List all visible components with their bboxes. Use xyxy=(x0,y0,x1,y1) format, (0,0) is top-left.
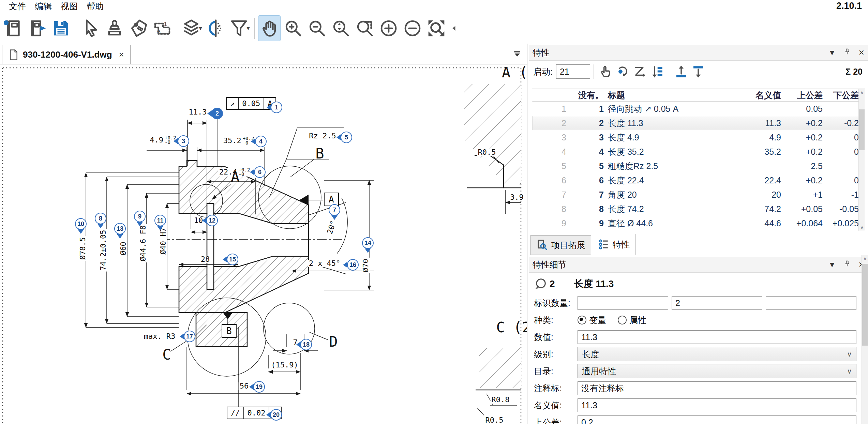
drawing-balloon-14[interactable]: 14 xyxy=(362,237,374,249)
id-count-input[interactable] xyxy=(578,296,668,310)
drawing-balloon-20[interactable]: 20 xyxy=(270,409,282,421)
menu-item-帮助[interactable]: 帮助 xyxy=(87,1,104,12)
table-scrollbar[interactable]: ∧ ∨ xyxy=(858,89,865,231)
table-row[interactable]: 44长度 35.235.2+0.20 xyxy=(532,145,865,159)
text-input[interactable]: 11.3 xyxy=(578,398,856,412)
table-row[interactable]: 22长度 11.311.3+0.2-0.2 xyxy=(532,116,865,130)
zoom-out-button[interactable] xyxy=(306,16,328,41)
new-document-button[interactable] xyxy=(2,16,24,41)
text-input[interactable]: 11.3 xyxy=(578,330,856,344)
scroll-up-icon[interactable]: ∧ xyxy=(859,89,865,96)
panel-close-icon[interactable]: ✕ xyxy=(858,48,865,57)
drawing-balloon-19[interactable]: 19 xyxy=(253,381,265,393)
panel-menu-icon[interactable]: ▼ xyxy=(828,260,836,269)
layers-button[interactable]: ▾ xyxy=(181,16,203,41)
pan-hand-button[interactable] xyxy=(258,16,280,41)
drawing-balloon-13[interactable]: 13 xyxy=(114,223,126,234)
zoom-window-button[interactable] xyxy=(354,16,376,41)
tag-button[interactable] xyxy=(128,16,149,41)
id-count-input[interactable] xyxy=(766,296,856,310)
scroll-down-icon[interactable]: ∨ xyxy=(859,224,865,231)
drawing-balloon-12[interactable]: 12 xyxy=(206,215,218,226)
pin-icon[interactable] xyxy=(843,260,851,270)
save-button[interactable] xyxy=(50,16,72,41)
table-row[interactable]: 33长度 4.94.9+0.20 xyxy=(532,130,865,145)
id-count-input[interactable]: 2 xyxy=(672,296,762,310)
drawing-balloon-11[interactable]: 11 xyxy=(154,215,166,226)
drawing-balloon-1[interactable]: 1 xyxy=(271,102,282,113)
move-top-icon[interactable] xyxy=(674,64,688,79)
column-header[interactable]: 下公差 xyxy=(823,90,859,101)
mirror-view-button[interactable] xyxy=(205,16,227,41)
move-bottom-icon[interactable] xyxy=(691,64,705,79)
radio-icon[interactable] xyxy=(578,316,586,324)
open-document-button[interactable] xyxy=(26,16,48,41)
capture-region-button[interactable]: A1 xyxy=(151,16,173,41)
drawing-balloon-8[interactable]: 8 xyxy=(95,213,106,224)
table-row[interactable]: 66长度 22.422.4+0.20 xyxy=(532,173,865,187)
column-header[interactable]: 没有。 xyxy=(568,90,604,101)
drawing-balloon-10[interactable]: 10 xyxy=(75,218,87,230)
start-number-input[interactable]: 21 xyxy=(556,64,590,79)
layers-dropdown-arrow[interactable]: ▾ xyxy=(199,25,202,32)
tab-list-icon[interactable] xyxy=(512,48,522,59)
document-tab[interactable]: 930-1200-406-V1.dwg × xyxy=(2,45,131,64)
increase-button[interactable] xyxy=(378,16,400,41)
sort-list-icon[interactable] xyxy=(650,64,664,79)
z-order-icon[interactable] xyxy=(633,64,647,79)
drawing-canvas[interactable]: 123456789101112131415161718192011.34.9+0… xyxy=(0,64,527,424)
renumber-rotate-icon[interactable] xyxy=(616,64,630,79)
panel-menu-icon[interactable]: ▼ xyxy=(828,48,836,57)
select-cursor-button[interactable] xyxy=(80,16,102,41)
filter-dropdown-arrow[interactable]: ▾ xyxy=(246,25,250,32)
text-input[interactable]: 0.2 xyxy=(578,415,856,424)
panel-tab-2[interactable]: 特性 xyxy=(592,234,635,255)
chevron-down-icon[interactable]: ∨ xyxy=(847,350,852,358)
toolbar-collapse-button[interactable] xyxy=(449,16,459,41)
panel-separator[interactable] xyxy=(527,44,527,424)
column-header[interactable]: 上公差 xyxy=(781,90,823,101)
panel-tab-1[interactable]: 项目拓展 xyxy=(530,235,591,255)
tab-close-icon[interactable]: × xyxy=(119,49,124,60)
drawing-balloon-4[interactable]: 4 xyxy=(255,136,267,147)
drawing-balloon-9[interactable]: 9 xyxy=(134,211,146,222)
radio-option[interactable]: 变量 xyxy=(578,315,606,326)
drawing-balloon-6[interactable]: 6 xyxy=(254,166,266,178)
filter-button[interactable]: ▾ xyxy=(229,16,251,41)
table-row[interactable]: 88长度 74.274.2+0.05-0.05 xyxy=(532,202,865,216)
stamp-button[interactable] xyxy=(104,16,125,41)
details-scrollbar[interactable]: ∧ xyxy=(862,255,868,424)
select-级别:[interactable]: 长度∨ xyxy=(578,347,856,361)
drawing-balloon-5[interactable]: 5 xyxy=(341,132,352,143)
scrollbar-thumb[interactable] xyxy=(859,109,865,150)
chevron-down-icon[interactable]: ∨ xyxy=(847,367,852,375)
drawing-balloon-15[interactable]: 15 xyxy=(227,254,238,265)
text-input[interactable]: 没有注释标 xyxy=(578,381,856,395)
column-header[interactable]: 名义值 xyxy=(742,90,781,101)
zoom-in-button[interactable] xyxy=(282,16,304,41)
drawing-balloon-17[interactable]: 17 xyxy=(184,331,195,342)
zoom-dynamic-button[interactable] xyxy=(330,16,352,41)
table-row[interactable]: 11径向跳动 ↗ 0.05 A0.05 xyxy=(532,102,865,116)
drawing-balloon-16[interactable]: 16 xyxy=(347,259,359,271)
pick-pointer-icon[interactable] xyxy=(599,64,613,79)
menu-item-文件[interactable]: 文件 xyxy=(9,1,26,12)
radio-option[interactable]: 属性 xyxy=(618,315,646,326)
select-目录:[interactable]: 通用特性∨ xyxy=(578,364,856,378)
drawing-balloon-3[interactable]: 3 xyxy=(178,135,189,147)
drawing-balloon-7[interactable]: 7 xyxy=(329,204,340,216)
table-row[interactable]: 55粗糙度Rz 2.52.5 xyxy=(532,159,865,173)
drawing-balloon-2[interactable]: 2 xyxy=(211,108,223,119)
decrease-button[interactable] xyxy=(402,16,423,41)
table-row[interactable]: 77角度 2020+1-1 xyxy=(532,187,865,202)
scrollbar-thumb[interactable] xyxy=(862,264,868,346)
menu-item-编辑[interactable]: 编辑 xyxy=(35,1,52,12)
drawing-balloon-18[interactable]: 18 xyxy=(300,339,312,350)
radio-icon[interactable] xyxy=(618,316,627,324)
zoom-fit-button[interactable] xyxy=(425,16,447,41)
pin-icon[interactable] xyxy=(843,48,851,58)
column-header[interactable]: 标题 xyxy=(604,90,742,101)
menu-item-视图[interactable]: 视图 xyxy=(61,1,78,12)
scroll-up-icon[interactable]: ∧ xyxy=(862,255,868,262)
table-row[interactable]: 99直径 Ø 44.644.6+0.064+0.025 xyxy=(532,216,865,230)
